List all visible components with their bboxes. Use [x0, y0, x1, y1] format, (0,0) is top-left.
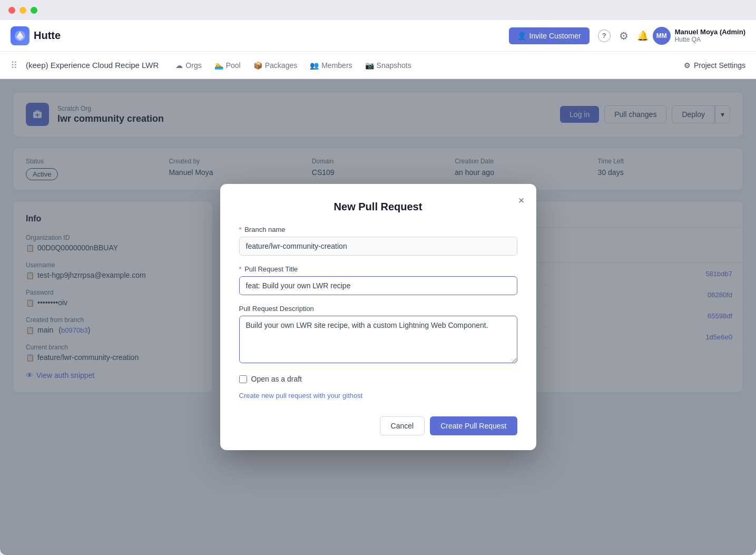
minimize-btn[interactable] — [19, 7, 26, 14]
grid-icon[interactable]: ⠿ — [11, 60, 17, 71]
cloud-icon: ☁ — [175, 61, 183, 70]
draft-label[interactable]: Open as a draft — [251, 375, 302, 383]
draft-checkbox-row: Open as a draft — [239, 375, 517, 383]
pr-desc-field: Pull Request Description Build your own … — [239, 305, 517, 365]
pr-desc-textarea[interactable]: Build your own LWR site recipe, with a c… — [239, 316, 517, 363]
modal-title: New Pull Request — [239, 201, 517, 213]
pool-icon: 🏊 — [214, 61, 223, 70]
modal-close-button[interactable]: × — [516, 192, 527, 209]
packages-icon: 📦 — [253, 61, 262, 70]
titlebar — [0, 0, 756, 20]
nav-link-pool[interactable]: 🏊 Pool — [208, 52, 247, 79]
project-settings-icon: ⚙ — [684, 61, 691, 70]
modal-overlay: × New Pull Request * Branch name * Pull … — [0, 79, 756, 555]
project-name[interactable]: (keep) Experience Cloud Recipe LWR — [26, 61, 159, 70]
invite-customer-button[interactable]: 👤 Invite Customer — [509, 27, 590, 44]
invite-icon: 👤 — [517, 32, 526, 40]
close-btn[interactable] — [8, 7, 15, 14]
pr-title-label: * Pull Request Title — [239, 265, 517, 273]
top-navigation: Hutte 👤 Invite Customer ? ⚙ 🔔 MM Manuel … — [0, 20, 756, 52]
draft-checkbox[interactable] — [239, 375, 247, 383]
cancel-button[interactable]: Cancel — [380, 416, 425, 435]
breadnav-links: ☁ Orgs 🏊 Pool 📦 Packages 👥 Members 📷 Sna… — [169, 52, 417, 79]
nav-link-snapshots[interactable]: 📷 Snapshots — [359, 52, 418, 79]
app-window: Hutte 👤 Invite Customer ? ⚙ 🔔 MM Manuel … — [0, 0, 756, 555]
nav-link-members[interactable]: 👥 Members — [303, 52, 358, 79]
members-icon: 👥 — [310, 61, 319, 70]
main-content: Scratch Org lwr community creation Log i… — [0, 79, 756, 555]
nav-icons: ? ⚙ 🔔 — [598, 30, 649, 42]
nav-link-orgs[interactable]: ☁ Orgs — [169, 52, 208, 79]
settings-icon[interactable]: ⚙ — [619, 30, 629, 42]
branch-name-label: * Branch name — [239, 226, 517, 233]
avatar[interactable]: MM — [653, 27, 671, 45]
logo-text: Hutte — [34, 30, 61, 42]
pr-title-input[interactable] — [239, 276, 517, 295]
snapshots-icon: 📷 — [365, 61, 374, 70]
create-pull-request-submit-button[interactable]: Create Pull Request — [430, 416, 517, 435]
branch-name-input[interactable] — [239, 237, 517, 256]
logo-icon — [11, 26, 30, 45]
branch-name-field: * Branch name — [239, 226, 517, 256]
maximize-btn[interactable] — [31, 7, 37, 14]
bell-icon[interactable]: 🔔 — [637, 30, 649, 42]
logo-area[interactable]: Hutte — [11, 26, 61, 45]
breadcrumb-navigation: ⠿ (keep) Experience Cloud Recipe LWR ☁ O… — [0, 52, 756, 79]
help-icon[interactable]: ? — [598, 30, 611, 42]
user-info: Manuel Moya (Admin) Hutte QA — [675, 28, 745, 43]
project-settings-link[interactable]: ⚙ Project Settings — [684, 61, 745, 70]
pr-title-field: * Pull Request Title — [239, 265, 517, 295]
githost-link[interactable]: Create new pull request with your githos… — [239, 392, 517, 400]
pr-desc-label: Pull Request Description — [239, 305, 517, 313]
nav-link-packages[interactable]: 📦 Packages — [247, 52, 303, 79]
new-pull-request-modal: × New Pull Request * Branch name * Pull … — [220, 184, 536, 450]
modal-actions: Cancel Create Pull Request — [239, 412, 517, 435]
